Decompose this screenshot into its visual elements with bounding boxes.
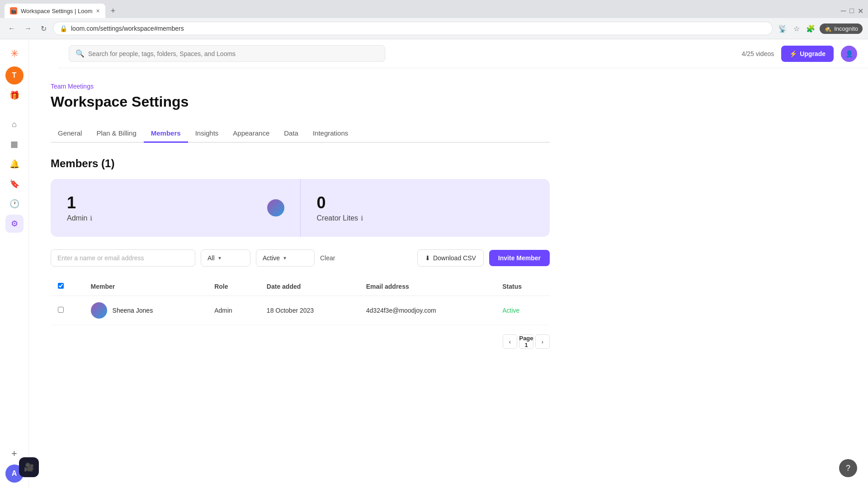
browser-tab[interactable]: 🎬 Workspace Settings | Loom × — [5, 4, 105, 18]
tab-plan-billing[interactable]: Plan & Billing — [89, 125, 143, 143]
sidebar-item-home[interactable]: ⌂ — [5, 115, 24, 133]
sidebar-item-gift[interactable]: 🎁 — [5, 86, 24, 104]
sidebar: ✳ T 🎁 ⌂ ▦ 🔔 🔖 🕐 ⚙ — [0, 39, 29, 488]
stats-row: 1 Admin ℹ 0 Creator Lites ℹ — [51, 179, 550, 237]
status-cell: Active — [495, 296, 550, 325]
pagination-next[interactable]: › — [535, 334, 550, 349]
minimize-button[interactable]: ─ — [841, 7, 846, 15]
name-filter-input[interactable] — [51, 249, 195, 267]
upgrade-icon: ⚡ — [789, 50, 797, 57]
sidebar-item-settings[interactable]: ⚙ — [5, 215, 24, 233]
bookmark-star-icon[interactable]: ☆ — [792, 23, 802, 35]
cast-icon[interactable]: 📡 — [776, 23, 789, 35]
refresh-button[interactable]: ↻ — [38, 23, 49, 35]
admin-info-icon[interactable]: ℹ — [90, 215, 92, 222]
extension-icon[interactable]: 🧩 — [804, 23, 817, 35]
user-avatar[interactable]: 👤 — [841, 46, 857, 62]
pagination-current[interactable]: Page 1 — [519, 334, 533, 349]
workspace-initial: T — [12, 71, 17, 80]
role-dropdown-value: All — [208, 254, 215, 262]
tab-appearance[interactable]: Appearance — [226, 125, 277, 143]
back-button[interactable]: ← — [5, 23, 18, 34]
app-layout: ✳ T 🎁 ⌂ ▦ 🔔 🔖 🕐 ⚙ — [0, 39, 868, 488]
user-a-initial: A — [12, 469, 17, 478]
bell-icon: 🔔 — [9, 159, 19, 169]
tab-members[interactable]: Members — [144, 125, 188, 143]
url-input[interactable] — [71, 25, 766, 32]
status-chevron-icon: ▾ — [283, 255, 286, 261]
admin-avatar — [266, 198, 286, 218]
download-csv-button[interactable]: ⬇ Download CSV — [417, 249, 484, 267]
email-cell: 4d324f3e@moodjoy.com — [359, 296, 495, 325]
tabs: General Plan & Billing Members Insights … — [51, 125, 550, 143]
table-header: Member Role Date added Email address Sta… — [51, 277, 550, 296]
sidebar-item-history[interactable]: 🕐 — [5, 195, 24, 213]
clear-filter-button[interactable]: Clear — [320, 254, 335, 262]
tab-general[interactable]: General — [51, 125, 89, 143]
role-cell: Admin — [207, 296, 259, 325]
sidebar-item-library[interactable]: ▦ — [5, 135, 24, 153]
date-added-column-header: Date added — [259, 277, 359, 296]
download-csv-label: Download CSV — [433, 254, 476, 262]
role-chevron-icon: ▾ — [218, 255, 221, 261]
breadcrumb[interactable]: Team Meetings — [51, 83, 550, 90]
invite-member-button[interactable]: Invite Member — [489, 250, 550, 266]
stat-avatars — [266, 198, 286, 218]
creator-lites-count: 0 — [317, 193, 534, 212]
status-dropdown-value: Active — [263, 254, 280, 262]
camera-record-button[interactable]: 🎥 — [19, 457, 39, 477]
forward-button[interactable]: → — [22, 23, 34, 34]
clock-icon: 🕐 — [9, 199, 19, 209]
sidebar-item-notifications[interactable]: 🔔 — [5, 155, 24, 173]
status-dropdown[interactable]: Active ▾ — [256, 249, 315, 267]
creator-lites-stat-card: 0 Creator Lites ℹ — [300, 179, 550, 237]
admin-count: 1 — [67, 193, 284, 212]
tab-close-button[interactable]: × — [96, 7, 100, 14]
status-column-header: Status — [495, 277, 550, 296]
admin-label: Admin ℹ — [67, 214, 284, 222]
lock-icon: 🔒 — [60, 25, 67, 32]
video-count: 4/25 videos — [742, 50, 774, 57]
upgrade-button[interactable]: ⚡ Upgrade — [781, 46, 834, 62]
sidebar-item-bookmarks[interactable]: 🔖 — [5, 175, 24, 193]
member-name: Sheena Jones — [113, 307, 153, 314]
tab-insights[interactable]: Insights — [188, 125, 226, 143]
close-window-button[interactable]: ✕ — [858, 7, 863, 15]
table-row: Sheena Jones Admin 18 October 2023 4d324… — [51, 296, 550, 325]
bookmark-icon: 🔖 — [9, 179, 19, 189]
row-checkbox-cell — [51, 296, 84, 325]
search-input[interactable] — [88, 50, 378, 57]
tab-integrations[interactable]: Integrations — [306, 125, 355, 143]
help-button[interactable]: ? — [839, 459, 857, 477]
gear-icon: ⚙ — [11, 219, 18, 229]
tab-bar: 🎬 Workspace Settings | Loom × + ─ □ ✕ — [0, 0, 868, 18]
creator-lites-info-icon[interactable]: ℹ — [361, 215, 363, 222]
content-wrapper: Team Meetings Workspace Settings General… — [29, 68, 571, 363]
library-icon: ▦ — [10, 139, 18, 149]
pagination: ‹ Page 1 › — [51, 334, 550, 349]
tab-data[interactable]: Data — [277, 125, 306, 143]
browser-chrome: 🎬 Workspace Settings | Loom × + ─ □ ✕ ← … — [0, 0, 868, 39]
incognito-label: Incognito — [834, 25, 858, 32]
email-column-header: Email address — [359, 277, 495, 296]
search-bar[interactable]: 🔍 — [69, 45, 385, 62]
home-icon: ⌂ — [12, 120, 17, 129]
browser-toolbar: ← → ↻ 🔒 📡 ☆ 🧩 🕵 Incognito — [0, 18, 868, 39]
maximize-button[interactable]: □ — [849, 7, 854, 15]
members-table: Member Role Date added Email address Sta… — [51, 277, 550, 325]
main-area: 🔍 4/25 videos ⚡ Upgrade 👤 Team Meetings … — [29, 39, 868, 488]
sidebar-item-workspace[interactable]: T — [5, 66, 24, 84]
role-column-header: Role — [207, 277, 259, 296]
loom-logo[interactable]: ✳ — [5, 45, 24, 63]
date-added-cell: 18 October 2023 — [259, 296, 359, 325]
new-tab-button[interactable]: + — [107, 5, 119, 18]
pagination-prev[interactable]: ‹ — [503, 334, 517, 349]
member-avatar — [91, 302, 107, 319]
filter-row: All ▾ Active ▾ Clear ⬇ Download CSV Invi… — [51, 249, 550, 267]
address-bar[interactable]: 🔒 — [53, 22, 773, 35]
row-checkbox[interactable] — [58, 307, 64, 313]
role-dropdown[interactable]: All ▾ — [201, 249, 250, 267]
incognito-icon: 🕵 — [824, 25, 831, 32]
select-all-checkbox[interactable] — [58, 283, 64, 289]
admin-stat-card: 1 Admin ℹ — [51, 179, 300, 237]
